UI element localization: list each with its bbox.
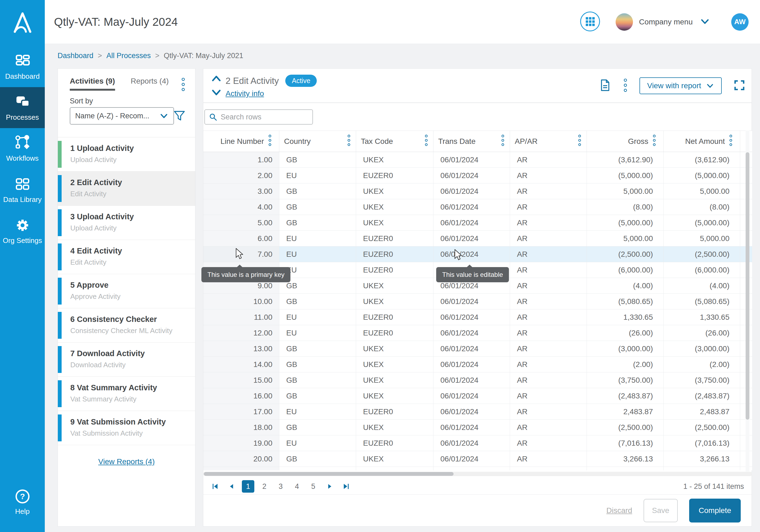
cell-trans-date[interactable]: 06/01/2024 <box>433 388 510 404</box>
pagination-prev-button[interactable] <box>225 480 238 493</box>
pagination-next-button[interactable] <box>323 480 336 493</box>
cell-trans-date[interactable]: 06/01/2024 <box>433 231 510 246</box>
cell-net-amount[interactable]: 1,330.65 <box>663 310 740 325</box>
cell-trans-date[interactable]: 06/01/2024 <box>433 294 510 310</box>
cell-gross[interactable]: (5,000.00) <box>587 215 663 231</box>
cell-gross[interactable]: (2.00) <box>587 357 663 372</box>
cell-country[interactable]: GB <box>279 294 356 310</box>
cell-ap-ar[interactable]: AR <box>510 420 587 435</box>
cell-trans-date[interactable]: 06/01/2024 <box>433 435 510 451</box>
tab-reports[interactable]: Reports (4) <box>131 77 169 91</box>
pagination-page-5[interactable]: 5 <box>307 480 319 493</box>
list-item-5-approve[interactable]: 5 ApproveApprove Activity <box>58 274 195 308</box>
list-item-6-consistency-checker[interactable]: 6 Consistency CheckerConsistency Checker… <box>58 308 195 343</box>
column-kebab-icon[interactable] <box>501 134 505 148</box>
cell-gross[interactable]: (3,000.00) <box>587 341 663 357</box>
cell-ap-ar[interactable]: AR <box>510 310 587 325</box>
column-header-gross[interactable]: Gross <box>587 131 663 152</box>
table-row[interactable]: 2.00EUEUZER006/01/2024AR(5,000.00)(5,000… <box>203 168 752 183</box>
cell-tax-code[interactable]: UKEX <box>356 183 433 199</box>
cell-gross[interactable]: 2,483.87 <box>587 404 663 420</box>
cell-line-number[interactable]: 12.00 <box>203 325 279 341</box>
cell-ap-ar[interactable]: AR <box>510 325 587 341</box>
document-icon[interactable] <box>598 79 611 93</box>
cell-net-amount[interactable]: (8.00) <box>663 199 740 215</box>
cell-gross[interactable]: 5,000.00 <box>587 183 663 199</box>
sort-dropdown[interactable]: Name (A-Z) - Recom... <box>70 107 174 124</box>
cell-country[interactable]: EU <box>279 231 356 246</box>
cell-tax-code[interactable]: EUZER0 <box>356 325 433 341</box>
column-kebab-icon[interactable] <box>652 134 656 148</box>
cell-ap-ar[interactable]: AR <box>510 168 587 183</box>
cell-country[interactable]: GB <box>279 199 356 215</box>
company-menu-label[interactable]: Company menu <box>639 18 693 26</box>
cell-ap-ar[interactable]: AR <box>510 152 587 168</box>
cell-gross[interactable]: (3,612.90) <box>587 152 663 168</box>
cell-net-amount[interactable]: (3,750.00) <box>663 372 740 388</box>
table-row[interactable]: 15.00GBUKEX06/01/2024AR(3,750.00)(3,750.… <box>203 372 752 388</box>
cell-ap-ar[interactable]: AR <box>510 278 587 294</box>
cell-country[interactable]: EU <box>279 246 356 262</box>
cell-country[interactable]: GB <box>279 152 356 168</box>
list-item-4-edit-activity[interactable]: 4 Edit ActivityEdit Activity <box>58 240 195 274</box>
cell-line-number[interactable]: 16.00 <box>203 388 279 404</box>
column-header-country[interactable]: Country <box>279 131 356 152</box>
pagination-first-button[interactable] <box>209 480 222 493</box>
cell-tax-code[interactable]: EUZER0 <box>356 231 433 246</box>
cell-line-number[interactable]: 11.00 <box>203 310 279 325</box>
pagination-page-3[interactable]: 3 <box>274 480 287 493</box>
cell-trans-date[interactable]: 06/01/2024 <box>433 310 510 325</box>
column-kebab-icon[interactable] <box>268 134 272 148</box>
column-kebab-icon[interactable] <box>729 134 733 148</box>
table-row[interactable]: 1.00GBUKEX06/01/2024AR(3,612.90)(3,612.9… <box>203 152 752 168</box>
cell-country[interactable]: GB <box>279 388 356 404</box>
cell-gross[interactable]: 3,266.13 <box>587 451 663 467</box>
cell-tax-code[interactable]: EUZER0 <box>356 168 433 183</box>
cell-net-amount[interactable]: (26.00) <box>663 325 740 341</box>
cell-ap-ar[interactable]: AR <box>510 388 587 404</box>
panel-kebab-icon[interactable] <box>180 77 186 93</box>
list-item-7-download-activity[interactable]: 7 Download ActivityDownload Activity <box>58 343 195 377</box>
cell-gross[interactable]: (4.00) <box>587 278 663 294</box>
search-rows-input[interactable] <box>221 113 308 121</box>
cell-gross[interactable]: (5,000.00) <box>587 168 663 183</box>
cell-net-amount[interactable]: (3,000.00) <box>663 341 740 357</box>
cell-gross[interactable]: 1,330.65 <box>587 310 663 325</box>
cell-country[interactable]: EU <box>279 262 356 278</box>
cell-net-amount[interactable]: (5,080.65) <box>663 294 740 310</box>
cell-net-amount[interactable]: (6,000.00) <box>663 262 740 278</box>
column-kebab-icon[interactable] <box>578 134 582 148</box>
cell-ap-ar[interactable]: AR <box>510 435 587 451</box>
cell-trans-date[interactable]: 06/01/2024 <box>433 215 510 231</box>
cell-gross[interactable]: (2,483.87) <box>587 388 663 404</box>
cell-gross[interactable]: (6,000.00) <box>587 262 663 278</box>
cell-country[interactable]: GB <box>279 341 356 357</box>
cell-ap-ar[interactable]: AR <box>510 199 587 215</box>
cell-country[interactable]: EU <box>279 435 356 451</box>
cell-line-number[interactable]: 13.00 <box>203 341 279 357</box>
cell-net-amount[interactable]: 5,000.00 <box>663 231 740 246</box>
table-row[interactable]: 3.00GBUKEX06/01/2024AR5,000.005,000.00 <box>203 183 752 199</box>
activity-info-link[interactable]: Activity info <box>225 89 264 98</box>
cell-gross[interactable]: (26.00) <box>587 325 663 341</box>
table-row[interactable]: 14.00GBUKEX06/01/2024AR(2.00)(2.00) <box>203 357 752 372</box>
table-row[interactable]: 11.00EUEUZER006/01/2024AR1,330.651,330.6… <box>203 310 752 325</box>
cell-country[interactable]: GB <box>279 357 356 372</box>
cell-ap-ar[interactable]: AR <box>510 341 587 357</box>
pagination-last-button[interactable] <box>340 480 352 493</box>
column-header-tax-code[interactable]: Tax Code <box>356 131 433 152</box>
cell-trans-date[interactable]: 06/01/2024 <box>433 404 510 420</box>
vertical-scrollbar[interactable] <box>746 130 749 471</box>
column-kebab-icon[interactable] <box>347 134 351 148</box>
cell-net-amount[interactable]: (2,500.00) <box>663 420 740 435</box>
more-options-kebab-icon[interactable] <box>623 78 628 93</box>
cell-net-amount[interactable]: (2.00) <box>663 357 740 372</box>
cell-line-number[interactable]: 17.00 <box>203 404 279 420</box>
cell-tax-code[interactable]: UKEX <box>356 388 433 404</box>
cell-gross[interactable]: (5,080.65) <box>587 294 663 310</box>
filter-icon[interactable] <box>173 109 186 123</box>
cell-trans-date[interactable]: 06/01/2024 <box>433 451 510 467</box>
save-button[interactable]: Save <box>643 499 678 522</box>
sidebar-item-data-library[interactable]: Data Library <box>0 169 45 210</box>
cell-net-amount[interactable]: (5,000.00) <box>663 168 740 183</box>
